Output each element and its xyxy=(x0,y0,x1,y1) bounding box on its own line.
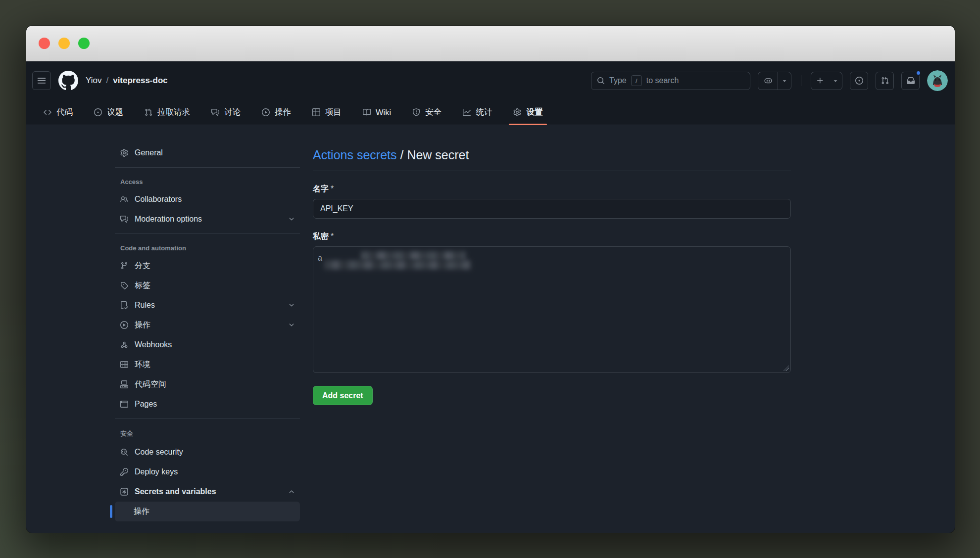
copilot-button[interactable] xyxy=(758,72,778,90)
user-avatar[interactable] xyxy=(927,70,948,91)
sidebar-item-code-security[interactable]: Code security xyxy=(115,442,300,462)
global-search-input[interactable]: Type / to search xyxy=(591,72,750,90)
sidebar-divider xyxy=(115,418,300,419)
sidebar-item-tags[interactable]: 标签 xyxy=(115,276,300,295)
inbox-button[interactable] xyxy=(901,72,920,90)
app-window: Yiov / vitepress-doc Type / to search xyxy=(26,26,955,533)
tab-label: 安全 xyxy=(425,107,441,118)
sidebar-item-moderation-options[interactable]: Moderation options xyxy=(115,209,300,229)
webhook-icon xyxy=(120,341,128,349)
search-placeholder-prefix: Type xyxy=(609,76,627,85)
github-header: Yiov / vitepress-doc Type / to search xyxy=(26,61,955,100)
add-secret-button[interactable]: Add secret xyxy=(313,386,373,405)
secret-value-textarea[interactable]: a xyxy=(313,246,791,373)
tab-projects[interactable]: 项目 xyxy=(306,100,348,125)
sidebar-item-label: 代码空间 xyxy=(135,379,295,390)
secret-name-label: 名字* xyxy=(313,184,791,194)
tab-code[interactable]: 代码 xyxy=(37,100,79,125)
sidebar-item-label: 环境 xyxy=(135,360,295,370)
tab-actions[interactable]: 操作 xyxy=(255,100,297,125)
zoom-window-button[interactable] xyxy=(78,38,90,49)
git-pull-request-icon xyxy=(145,108,152,116)
sidebar-item-branches[interactable]: 分支 xyxy=(115,256,300,276)
tab-pull-requests[interactable]: 拉取请求 xyxy=(138,100,196,125)
create-new-button[interactable] xyxy=(811,72,829,90)
tab-issues[interactable]: 议题 xyxy=(88,100,130,125)
chevron-down-icon xyxy=(288,302,295,309)
checklist-icon xyxy=(120,301,128,309)
sidebar-item-secrets-and-variables[interactable]: Secrets and variables xyxy=(115,482,300,502)
tab-label: Wiki xyxy=(376,108,391,117)
code-icon xyxy=(44,108,51,116)
sidebar-item-label: Secrets and variables xyxy=(135,487,282,496)
textarea-resize-handle[interactable] xyxy=(784,366,789,371)
tab-settings[interactable]: 设置 xyxy=(507,100,549,125)
slash-keycap: / xyxy=(631,75,642,86)
settings-page: GeneralAccessCollaboratorsModeration opt… xyxy=(26,125,955,533)
sidebar-item-environments[interactable]: 环境 xyxy=(115,355,300,374)
tag-icon xyxy=(120,281,128,289)
sidebar-subitem-actions-secrets[interactable]: 操作 xyxy=(115,502,300,521)
gear-icon xyxy=(513,108,521,116)
sidebar-item-general[interactable]: General xyxy=(115,143,300,163)
sidebar-item-deploy-keys[interactable]: Deploy keys xyxy=(115,462,300,482)
tab-wiki[interactable]: Wiki xyxy=(356,100,397,125)
sidebar-item-rules[interactable]: Rules xyxy=(115,295,300,315)
active-item-indicator xyxy=(110,505,112,518)
window-controls xyxy=(39,38,90,49)
search-placeholder-suffix: to search xyxy=(646,76,679,85)
breadcrumb-repo-link[interactable]: vitepress-doc xyxy=(113,76,168,86)
sidebar-item-label: General xyxy=(135,148,295,157)
required-asterisk-2: * xyxy=(331,232,334,240)
sidebar-item-pages[interactable]: Pages xyxy=(115,394,300,414)
tab-label: 操作 xyxy=(275,107,291,118)
sidebar-divider xyxy=(115,233,300,234)
minimize-window-button[interactable] xyxy=(58,38,70,49)
title-current: New secret xyxy=(407,148,469,162)
sidebar-item-codespaces[interactable]: 代码空间 xyxy=(115,374,300,394)
key-icon xyxy=(120,468,128,476)
copilot-split-button xyxy=(758,72,791,90)
sidebar-item-collaborators[interactable]: Collaborators xyxy=(115,189,300,209)
sidebar-item-label: Collaborators xyxy=(135,195,295,204)
chevron-down-icon xyxy=(288,322,295,328)
tab-insights[interactable]: 统计 xyxy=(456,100,498,125)
chevron-down-icon xyxy=(288,216,295,223)
sidebar-item-webhooks[interactable]: Webhooks xyxy=(115,335,300,355)
breadcrumb-owner-link[interactable]: Yiov xyxy=(86,76,101,86)
tab-security[interactable]: 安全 xyxy=(406,100,448,125)
actions-secrets-link[interactable]: Actions secrets xyxy=(313,148,397,162)
tab-label: 代码 xyxy=(56,107,73,118)
sidebar-item-label: Deploy keys xyxy=(135,467,295,476)
git-pull-request-icon xyxy=(881,77,889,85)
close-window-button[interactable] xyxy=(39,38,50,49)
window-titlebar[interactable] xyxy=(26,26,955,61)
tab-discussions[interactable]: 讨论 xyxy=(205,100,247,125)
create-new-caret[interactable] xyxy=(829,72,842,90)
github-logo[interactable] xyxy=(58,71,78,91)
copilot-menu-caret[interactable] xyxy=(778,72,791,90)
caret-down-icon xyxy=(781,77,788,84)
blurred-secret-row xyxy=(361,251,466,261)
issues-button[interactable] xyxy=(850,72,868,90)
inbox-icon xyxy=(907,77,915,85)
secret-name-input[interactable] xyxy=(313,199,791,219)
hamburger-menu-button[interactable] xyxy=(32,71,51,90)
shield-icon xyxy=(412,108,420,116)
issue-opened-icon xyxy=(94,108,102,116)
tab-label: 拉取请求 xyxy=(157,107,190,118)
sidebar-item-label: Webhooks xyxy=(135,340,295,349)
create-new-split-button xyxy=(811,72,842,90)
pull-requests-button[interactable] xyxy=(876,72,894,90)
active-tab-underline xyxy=(509,124,547,125)
browser-icon xyxy=(120,400,128,408)
settings-sidebar: GeneralAccessCollaboratorsModeration opt… xyxy=(115,143,300,533)
github-mark-icon xyxy=(58,71,78,91)
sidebar-item-actions[interactable]: 操作 xyxy=(115,315,300,335)
caret-down-icon xyxy=(832,77,839,84)
sidebar-item-label: Moderation options xyxy=(135,215,282,224)
sidebar-divider xyxy=(115,167,300,168)
repo-tab-bar: 代码议题拉取请求讨论操作项目Wiki安全统计设置 xyxy=(26,100,955,125)
sidebar-subitem-label: 操作 xyxy=(134,507,295,517)
blurred-secret-row xyxy=(324,260,471,270)
